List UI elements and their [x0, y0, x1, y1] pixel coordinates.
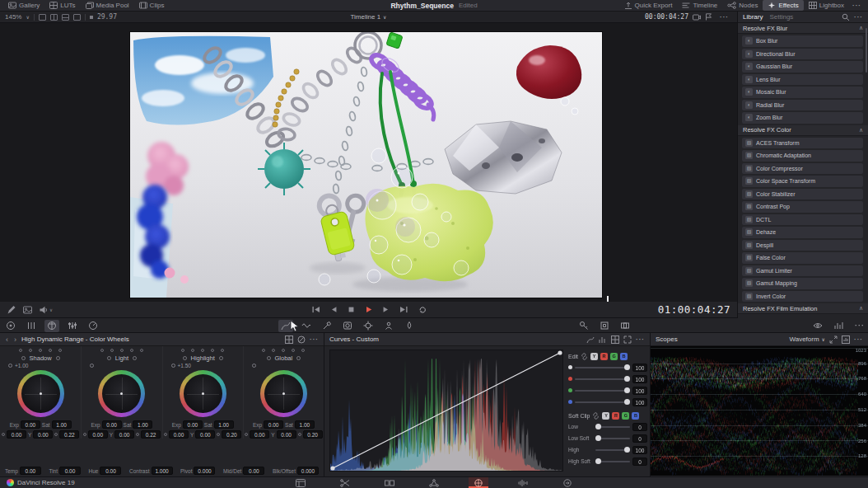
pivot-value[interactable]: 0.000: [194, 467, 215, 475]
channel-g-swatch[interactable]: G: [610, 353, 618, 360]
color-wheel[interactable]: [98, 370, 145, 417]
loop-button[interactable]: [418, 306, 427, 313]
grid-view-icon[interactable]: [62, 14, 69, 21]
scopes-menu-icon[interactable]: ···: [854, 336, 863, 343]
fx-item[interactable]: ▧Dehaze: [742, 227, 863, 238]
exp-value[interactable]: 0.00: [21, 420, 40, 429]
annotate-pen-icon[interactable]: [7, 305, 16, 314]
reset-icon[interactable]: [54, 433, 58, 436]
key-palette-icon[interactable]: [576, 320, 591, 332]
cut-page-button[interactable]: [335, 477, 355, 488]
play-button[interactable]: [364, 306, 372, 313]
tint-value[interactable]: 0.00: [59, 467, 81, 475]
single-view-icon[interactable]: [39, 14, 46, 21]
wheel-target-icon[interactable]: [296, 356, 301, 360]
wheel-reset-icon[interactable]: [107, 356, 111, 360]
range-value[interactable]: 0.20: [222, 430, 241, 439]
channel-r-slider[interactable]: [575, 378, 630, 380]
low-value[interactable]: 0: [632, 423, 647, 431]
hdr-zone-knobs[interactable]: [100, 349, 143, 352]
scrollbar[interactable]: [866, 28, 867, 73]
low-soft-value[interactable]: 0: [632, 434, 647, 443]
softclip-y-swatch[interactable]: Y: [602, 412, 609, 420]
deliver-page-button[interactable]: [558, 477, 577, 488]
fx-item[interactable]: ◐Mosaic Blur: [742, 87, 863, 98]
hdr-palette-icon[interactable]: [44, 320, 59, 332]
softclip-b-swatch[interactable]: B: [632, 412, 639, 420]
visibility-icon[interactable]: [810, 320, 825, 332]
qualifier-palette-icon[interactable]: [320, 320, 334, 332]
scopes-chart-icon[interactable]: [831, 320, 846, 332]
color-wheel[interactable]: [260, 370, 307, 417]
timeline-button[interactable]: Timeline: [677, 0, 722, 11]
bypass-icon[interactable]: [297, 336, 306, 344]
channel-b-slider[interactable]: [575, 401, 630, 403]
black-offset-value[interactable]: 0.000: [297, 467, 319, 475]
wheel-target-icon[interactable]: [56, 356, 60, 360]
grid-toggle-icon[interactable]: [611, 336, 619, 344]
fx-item[interactable]: ◐Box Blur: [742, 35, 863, 47]
camera-icon[interactable]: [693, 13, 701, 21]
palette-prev-icon[interactable]: ‹: [5, 336, 9, 344]
power-window-palette-icon[interactable]: [340, 320, 355, 332]
reset-icon[interactable]: [83, 433, 86, 436]
fx-item[interactable]: ▧Despill: [742, 240, 863, 251]
exp-value[interactable]: 0.00: [183, 420, 203, 429]
color-page-button[interactable]: [469, 477, 488, 488]
wheel-target-icon[interactable]: [133, 356, 137, 360]
wheel-reset-icon[interactable]: [21, 356, 26, 360]
zoom-fit-icon[interactable]: [623, 336, 632, 344]
range-value[interactable]: 0.22: [141, 430, 161, 439]
y-value[interactable]: 0.00: [114, 430, 134, 439]
effects-button[interactable]: Effects: [763, 0, 803, 11]
fx-item[interactable]: ▧Chromatic Adaptation: [742, 150, 863, 162]
high-soft-value[interactable]: 0: [632, 458, 647, 466]
exposure-knob-icon[interactable]: [90, 364, 94, 368]
wheel-target-icon[interactable]: [219, 356, 223, 360]
nodes-button[interactable]: Nodes: [722, 0, 763, 11]
motion-effects-palette-icon[interactable]: [86, 320, 100, 332]
lightbox-button[interactable]: Lightbox: [804, 0, 849, 11]
fx-item[interactable]: ◐Zoom Blur: [742, 112, 863, 124]
softclip-g-swatch[interactable]: G: [622, 412, 629, 420]
fx-item[interactable]: ◐Radial Blur: [742, 100, 863, 111]
quick-export-button[interactable]: Quick Export: [619, 0, 678, 11]
fx-section-header-blur[interactable]: Resolve FX Blur ∧: [738, 23, 868, 34]
fx-item[interactable]: ◐Directional Blur: [742, 49, 863, 60]
first-frame-button[interactable]: [310, 306, 320, 313]
high-soft-slider[interactable]: [595, 461, 630, 462]
curve-graph[interactable]: [329, 350, 563, 472]
hdr-menu-icon[interactable]: ···: [310, 336, 319, 343]
color-wheels-palette-icon[interactable]: [3, 320, 18, 332]
fx-item[interactable]: ▧Color Space Transform: [742, 176, 863, 187]
channel-r-swatch[interactable]: R: [600, 353, 608, 360]
curve-preset-icon[interactable]: [586, 336, 595, 344]
y-value[interactable]: 0.00: [277, 430, 296, 439]
tab-settings[interactable]: Settings: [769, 13, 793, 21]
y-value[interactable]: 0.00: [195, 430, 215, 439]
high-slider[interactable]: [595, 449, 630, 451]
magic-mask-palette-icon[interactable]: [381, 320, 396, 332]
library-menu-icon[interactable]: ···: [854, 13, 863, 21]
tracker-palette-icon[interactable]: [361, 320, 376, 332]
range-value[interactable]: 0.22: [59, 430, 79, 439]
x-value[interactable]: 0.00: [250, 430, 269, 439]
media-pool-button[interactable]: Media Pool: [81, 0, 134, 11]
reset-icon[interactable]: [298, 433, 301, 436]
link-soft-clip-icon[interactable]: [592, 412, 600, 420]
wheel-reset-icon[interactable]: [183, 356, 187, 360]
audio-dropdown-icon[interactable]: ∨: [49, 307, 53, 312]
low-soft-slider[interactable]: [595, 438, 630, 439]
enhanced-view-icon[interactable]: [73, 14, 81, 21]
fx-section-header-film-emulation[interactable]: Resolve FX Film Emulation ∧: [738, 303, 868, 314]
fx-item[interactable]: ▧False Color: [742, 252, 863, 264]
viewer-menu-icon[interactable]: ···: [716, 13, 732, 21]
x-value[interactable]: 0.00: [88, 430, 108, 439]
curve-line[interactable]: [330, 350, 562, 471]
zoom-dropdown-icon[interactable]: ∨: [26, 14, 29, 20]
exposure-knob-icon[interactable]: [252, 364, 256, 368]
color-wheel[interactable]: [17, 370, 64, 417]
reset-icon[interactable]: [164, 433, 167, 436]
scope-mode-selector[interactable]: Waveform ∨: [789, 336, 825, 343]
fx-item[interactable]: ▧Invert Color: [742, 291, 863, 303]
